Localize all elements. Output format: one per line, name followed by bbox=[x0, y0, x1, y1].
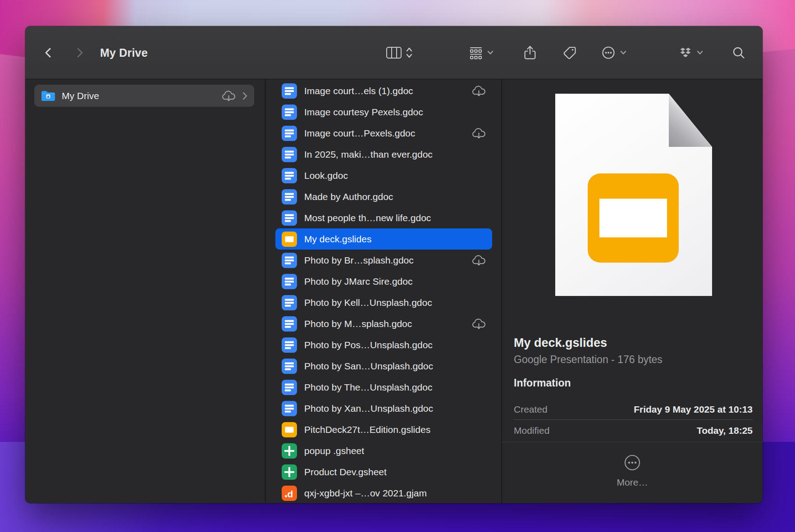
more-button[interactable]: More… bbox=[502, 452, 763, 488]
file-row[interactable]: Photo by JMarc Sire.gdoc bbox=[275, 271, 492, 292]
chevron-down-icon bbox=[696, 50, 704, 55]
folder-icon bbox=[41, 90, 56, 102]
file-row[interactable]: Image court…els (1).gdoc bbox=[275, 80, 492, 101]
svg-text:d: d bbox=[288, 488, 293, 499]
slides-logo-inner-rect bbox=[599, 199, 667, 237]
file-row[interactable]: Photo by Kell…Unsplash.gdoc bbox=[275, 292, 492, 313]
preview-file-kind: Google Presentation - 176 bytes bbox=[514, 354, 662, 366]
file-name: My deck.gslides bbox=[304, 234, 371, 245]
file-row[interactable]: Photo by M…splash.gdoc bbox=[275, 313, 492, 334]
gdoc-icon bbox=[281, 83, 297, 99]
file-name: Photo by Br…splash.gdoc bbox=[304, 255, 414, 266]
finder-window: My Drive bbox=[25, 26, 763, 503]
more-label: More… bbox=[617, 477, 648, 488]
gdoc-icon bbox=[281, 252, 297, 268]
gslides-icon bbox=[281, 231, 297, 247]
google-slides-logo bbox=[588, 173, 679, 263]
file-row[interactable]: popup .gsheet bbox=[275, 440, 492, 461]
file-name: Image court…Pexels.gdoc bbox=[304, 128, 415, 139]
page-fold bbox=[669, 94, 712, 147]
modified-label: Modified bbox=[514, 425, 549, 436]
gdoc-icon bbox=[281, 295, 297, 311]
file-name: Photo by Xan…Unsplash.gdoc bbox=[304, 403, 433, 414]
file-name: Photo by M…splash.gdoc bbox=[304, 318, 412, 329]
sidebar-item-my-drive[interactable]: My Drive bbox=[34, 85, 254, 107]
sidebar: My Drive bbox=[25, 79, 265, 503]
window-title: My Drive bbox=[100, 46, 148, 59]
file-row[interactable]: Photo by Pos…Unsplash.gdoc bbox=[275, 334, 492, 355]
file-row[interactable]: PitchDeck27t…Edition.gslides bbox=[275, 419, 492, 440]
file-preview-thumbnail bbox=[555, 94, 712, 296]
chevron-up-down-icon bbox=[406, 46, 413, 59]
column-view-icon bbox=[386, 46, 402, 59]
sidebar-item-label: My Drive bbox=[62, 91, 99, 101]
file-row[interactable]: In 2025, maki…than ever.gdoc bbox=[275, 144, 492, 165]
gdoc-icon bbox=[281, 273, 297, 290]
file-list: Image court…els (1).gdocImage courtesy P… bbox=[265, 79, 502, 503]
file-name: Image courtesy Pexels.gdoc bbox=[304, 107, 423, 118]
gdoc-icon bbox=[281, 379, 297, 396]
cloud-download-icon bbox=[471, 127, 486, 139]
file-row[interactable]: Photo by The…Unsplash.gdoc bbox=[275, 377, 492, 398]
file-name: qxj-xgbd-jxt –…ov 2021.gjam bbox=[304, 488, 427, 499]
gdoc-icon bbox=[281, 104, 297, 120]
tags-button[interactable] bbox=[562, 45, 577, 60]
info-row-created: Created Friday 9 May 2025 at 10:13 bbox=[514, 399, 753, 420]
ellipsis-circle-icon bbox=[622, 453, 642, 473]
cloud-download-icon bbox=[471, 255, 486, 266]
dropbox-icon bbox=[679, 47, 692, 59]
file-row[interactable]: Photo by Xan…Unsplash.gdoc bbox=[275, 398, 492, 419]
forward-button[interactable] bbox=[72, 45, 87, 60]
section-divider bbox=[502, 442, 763, 442]
file-row[interactable]: Image court…Pexels.gdoc bbox=[275, 123, 492, 144]
share-icon bbox=[523, 45, 537, 60]
gslides-icon bbox=[281, 422, 297, 438]
search-button[interactable] bbox=[731, 45, 746, 60]
search-icon bbox=[731, 45, 746, 60]
info-row-modified: Modified Today, 18:25 bbox=[514, 420, 753, 441]
file-row[interactable]: Most people th…new life.gdoc bbox=[275, 207, 492, 228]
file-name: Look.gdoc bbox=[304, 170, 348, 181]
window-content: My Drive Image court…els (1).gdocImage c… bbox=[25, 79, 763, 503]
chevron-down-icon bbox=[619, 50, 627, 55]
file-name: PitchDeck27t…Edition.gslides bbox=[304, 424, 430, 435]
back-button[interactable] bbox=[41, 45, 56, 60]
chevron-right-icon bbox=[72, 45, 87, 60]
tag-icon bbox=[562, 45, 577, 60]
created-label: Created bbox=[514, 404, 548, 415]
file-row[interactable]: My deck.gslides bbox=[275, 228, 492, 250]
gdoc-icon bbox=[281, 168, 297, 184]
group-button[interactable] bbox=[469, 46, 494, 59]
file-name: Image court…els (1).gdoc bbox=[304, 86, 413, 96]
file-row[interactable]: Made by Author.gdoc bbox=[275, 186, 492, 207]
actions-button[interactable] bbox=[601, 45, 627, 60]
file-row[interactable]: Image courtesy Pexels.gdoc bbox=[275, 101, 492, 123]
cloud-download-icon bbox=[471, 85, 486, 97]
file-row[interactable]: Look.gdoc bbox=[275, 165, 492, 186]
group-by-icon bbox=[469, 46, 483, 59]
file-name: Photo by The…Unsplash.gdoc bbox=[304, 382, 432, 393]
dropbox-button[interactable] bbox=[679, 47, 704, 59]
file-row[interactable]: Product Dev.gsheet bbox=[275, 461, 492, 482]
gdoc-icon bbox=[281, 316, 297, 332]
view-mode-button[interactable] bbox=[386, 46, 413, 59]
modified-value: Today, 18:25 bbox=[697, 425, 753, 436]
share-button[interactable] bbox=[523, 45, 537, 60]
file-name: Made by Author.gdoc bbox=[304, 191, 393, 202]
chevron-left-icon bbox=[41, 45, 56, 60]
chevron-right-icon[interactable] bbox=[242, 91, 248, 100]
gdoc-icon bbox=[281, 358, 297, 374]
cloud-download-icon bbox=[471, 318, 486, 330]
file-row[interactable]: Photo by San…Unsplash.gdoc bbox=[275, 355, 492, 377]
file-name: In 2025, maki…than ever.gdoc bbox=[304, 149, 433, 160]
file-row[interactable]: dqxj-xgbd-jxt –…ov 2021.gjam bbox=[275, 482, 492, 503]
file-name: Most people th…new life.gdoc bbox=[304, 213, 431, 223]
gdoc-icon bbox=[281, 210, 297, 226]
file-row[interactable]: Photo by Br…splash.gdoc bbox=[275, 250, 492, 271]
desktop: My Drive bbox=[0, 0, 795, 532]
information-header: Information bbox=[514, 377, 571, 389]
gjam-icon: d bbox=[281, 485, 297, 501]
file-name: Photo by San…Unsplash.gdoc bbox=[304, 361, 433, 372]
gdoc-icon bbox=[281, 146, 297, 163]
gsheet-icon bbox=[281, 464, 297, 480]
